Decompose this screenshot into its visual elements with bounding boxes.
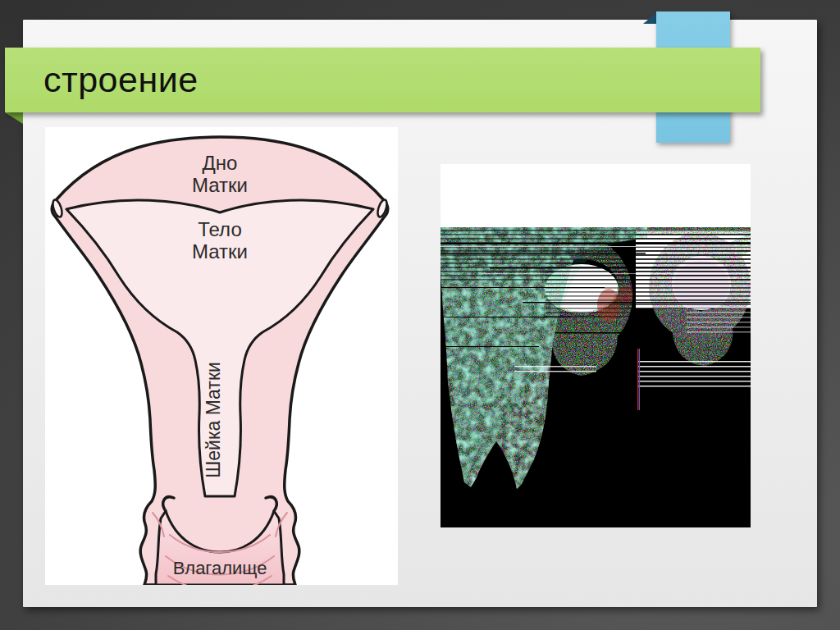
- label-body-line2: Матки: [192, 240, 248, 262]
- glitch-svg: [441, 164, 751, 527]
- uterus-outline: [51, 137, 388, 585]
- corrupted-image-figure: [441, 164, 751, 527]
- label-vagina: Влагалище: [173, 558, 267, 578]
- title-banner-fold: [5, 112, 23, 124]
- slide-title: строение: [43, 62, 199, 98]
- uterus-figure: Дно Матки Тело Матки Шейка Матки Влагали…: [45, 127, 398, 585]
- label-fundus-line1: Дно: [203, 152, 238, 174]
- label-fundus-line2: Матки: [192, 174, 248, 196]
- title-banner: строение: [5, 48, 760, 112]
- presentation-stage: строение: [0, 0, 840, 630]
- label-body-line1: Тело: [198, 218, 241, 240]
- uterus-diagram-svg: Дно Матки Тело Матки Шейка Матки Влагали…: [45, 127, 398, 585]
- label-cervix: Шейка Матки: [203, 362, 224, 478]
